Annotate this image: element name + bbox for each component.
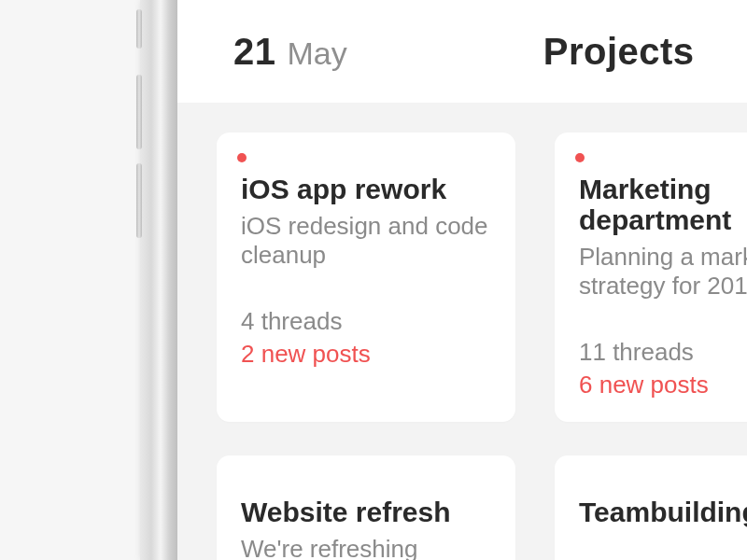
new-posts-count: 6 new posts — [579, 371, 747, 399]
project-title: Website refresh — [241, 497, 491, 527]
date-day: 21 — [233, 31, 276, 73]
threads-count: 4 threads — [241, 307, 491, 336]
project-meta: 11 threads 6 new posts — [579, 338, 747, 399]
app-stage: 21 May Projects iOS app rework iOS redes… — [177, 0, 747, 560]
project-subtitle: We're refreshing — [241, 535, 491, 560]
card-row: iOS app rework iOS redesign and code cle… — [217, 133, 747, 422]
project-subtitle: Planning a marketing strategy for 2016 — [579, 243, 747, 301]
project-card[interactable]: Website refresh We're refreshing — [217, 455, 515, 560]
project-subtitle: iOS redesign and code cleanup — [241, 212, 491, 270]
project-meta: 4 threads 2 new posts — [241, 307, 491, 369]
volume-up-button — [136, 75, 142, 149]
volume-down-button — [136, 163, 142, 238]
app-header: 21 May Projects — [177, 0, 747, 103]
threads-count: 11 threads — [579, 338, 747, 367]
mute-switch — [136, 9, 142, 49]
unread-dot-icon — [237, 153, 247, 162]
projects-grid[interactable]: iOS app rework iOS redesign and code cle… — [177, 103, 747, 560]
device-rail — [140, 0, 177, 560]
date-block: 21 May — [233, 31, 347, 73]
unread-dot-icon — [575, 153, 585, 162]
new-posts-count: 2 new posts — [241, 340, 491, 369]
project-card[interactable]: iOS app rework iOS redesign and code cle… — [217, 133, 515, 422]
date-month: May — [288, 35, 347, 72]
project-card[interactable]: Marketing department Planning a marketin… — [555, 133, 747, 422]
project-card[interactable]: Teambuilding 2016 — [555, 455, 747, 560]
page-title: Projects — [543, 31, 695, 73]
project-title: Teambuilding 2016 — [579, 497, 747, 527]
project-title: iOS app rework — [241, 174, 491, 204]
card-row: Website refresh We're refreshing Teambui… — [217, 455, 747, 560]
device-frame — [0, 0, 177, 560]
project-title: Marketing department — [579, 174, 747, 235]
